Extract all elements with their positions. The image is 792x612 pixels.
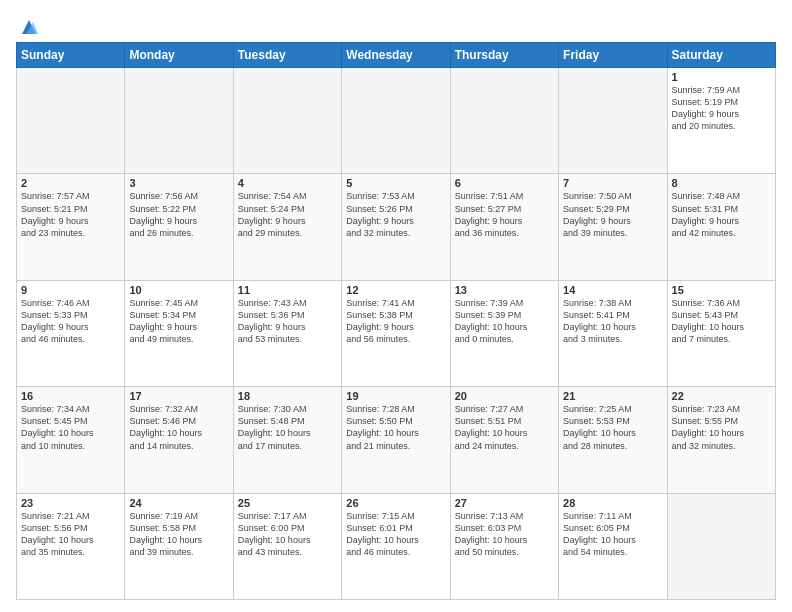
day-cell: 9Sunrise: 7:46 AM Sunset: 5:33 PM Daylig… — [17, 280, 125, 386]
day-cell — [342, 68, 450, 174]
day-cell: 14Sunrise: 7:38 AM Sunset: 5:41 PM Dayli… — [559, 280, 667, 386]
day-info: Sunrise: 7:27 AM Sunset: 5:51 PM Dayligh… — [455, 403, 554, 452]
day-cell: 10Sunrise: 7:45 AM Sunset: 5:34 PM Dayli… — [125, 280, 233, 386]
day-number: 23 — [21, 497, 120, 509]
day-cell: 21Sunrise: 7:25 AM Sunset: 5:53 PM Dayli… — [559, 387, 667, 493]
day-cell: 11Sunrise: 7:43 AM Sunset: 5:36 PM Dayli… — [233, 280, 341, 386]
day-info: Sunrise: 7:32 AM Sunset: 5:46 PM Dayligh… — [129, 403, 228, 452]
day-info: Sunrise: 7:19 AM Sunset: 5:58 PM Dayligh… — [129, 510, 228, 559]
day-number: 8 — [672, 177, 771, 189]
day-info: Sunrise: 7:25 AM Sunset: 5:53 PM Dayligh… — [563, 403, 662, 452]
page: SundayMondayTuesdayWednesdayThursdayFrid… — [0, 0, 792, 612]
day-cell: 20Sunrise: 7:27 AM Sunset: 5:51 PM Dayli… — [450, 387, 558, 493]
day-number: 22 — [672, 390, 771, 402]
day-number: 5 — [346, 177, 445, 189]
logo-icon — [18, 16, 40, 38]
weekday-saturday: Saturday — [667, 43, 775, 68]
day-cell: 6Sunrise: 7:51 AM Sunset: 5:27 PM Daylig… — [450, 174, 558, 280]
day-number: 18 — [238, 390, 337, 402]
day-cell: 18Sunrise: 7:30 AM Sunset: 5:48 PM Dayli… — [233, 387, 341, 493]
week-row-4: 16Sunrise: 7:34 AM Sunset: 5:45 PM Dayli… — [17, 387, 776, 493]
day-cell — [450, 68, 558, 174]
day-info: Sunrise: 7:45 AM Sunset: 5:34 PM Dayligh… — [129, 297, 228, 346]
day-number: 6 — [455, 177, 554, 189]
day-info: Sunrise: 7:57 AM Sunset: 5:21 PM Dayligh… — [21, 190, 120, 239]
logo-text — [16, 16, 42, 34]
day-cell: 3Sunrise: 7:56 AM Sunset: 5:22 PM Daylig… — [125, 174, 233, 280]
day-info: Sunrise: 7:36 AM Sunset: 5:43 PM Dayligh… — [672, 297, 771, 346]
day-info: Sunrise: 7:34 AM Sunset: 5:45 PM Dayligh… — [21, 403, 120, 452]
day-cell — [17, 68, 125, 174]
day-number: 4 — [238, 177, 337, 189]
day-info: Sunrise: 7:23 AM Sunset: 5:55 PM Dayligh… — [672, 403, 771, 452]
day-number: 25 — [238, 497, 337, 509]
day-number: 11 — [238, 284, 337, 296]
day-cell: 12Sunrise: 7:41 AM Sunset: 5:38 PM Dayli… — [342, 280, 450, 386]
weekday-sunday: Sunday — [17, 43, 125, 68]
day-number: 27 — [455, 497, 554, 509]
day-number: 1 — [672, 71, 771, 83]
day-cell: 28Sunrise: 7:11 AM Sunset: 6:05 PM Dayli… — [559, 493, 667, 599]
day-info: Sunrise: 7:13 AM Sunset: 6:03 PM Dayligh… — [455, 510, 554, 559]
day-info: Sunrise: 7:17 AM Sunset: 6:00 PM Dayligh… — [238, 510, 337, 559]
day-info: Sunrise: 7:41 AM Sunset: 5:38 PM Dayligh… — [346, 297, 445, 346]
day-number: 20 — [455, 390, 554, 402]
day-number: 14 — [563, 284, 662, 296]
day-cell: 22Sunrise: 7:23 AM Sunset: 5:55 PM Dayli… — [667, 387, 775, 493]
day-info: Sunrise: 7:38 AM Sunset: 5:41 PM Dayligh… — [563, 297, 662, 346]
day-cell: 8Sunrise: 7:48 AM Sunset: 5:31 PM Daylig… — [667, 174, 775, 280]
day-info: Sunrise: 7:50 AM Sunset: 5:29 PM Dayligh… — [563, 190, 662, 239]
logo — [16, 16, 42, 34]
day-info: Sunrise: 7:30 AM Sunset: 5:48 PM Dayligh… — [238, 403, 337, 452]
day-info: Sunrise: 7:51 AM Sunset: 5:27 PM Dayligh… — [455, 190, 554, 239]
day-number: 28 — [563, 497, 662, 509]
weekday-tuesday: Tuesday — [233, 43, 341, 68]
day-number: 15 — [672, 284, 771, 296]
day-cell: 25Sunrise: 7:17 AM Sunset: 6:00 PM Dayli… — [233, 493, 341, 599]
day-cell: 24Sunrise: 7:19 AM Sunset: 5:58 PM Dayli… — [125, 493, 233, 599]
day-cell: 13Sunrise: 7:39 AM Sunset: 5:39 PM Dayli… — [450, 280, 558, 386]
day-cell: 1Sunrise: 7:59 AM Sunset: 5:19 PM Daylig… — [667, 68, 775, 174]
day-number: 2 — [21, 177, 120, 189]
day-cell: 16Sunrise: 7:34 AM Sunset: 5:45 PM Dayli… — [17, 387, 125, 493]
day-cell — [233, 68, 341, 174]
day-cell: 19Sunrise: 7:28 AM Sunset: 5:50 PM Dayli… — [342, 387, 450, 493]
day-info: Sunrise: 7:46 AM Sunset: 5:33 PM Dayligh… — [21, 297, 120, 346]
calendar-table: SundayMondayTuesdayWednesdayThursdayFrid… — [16, 42, 776, 600]
day-info: Sunrise: 7:53 AM Sunset: 5:26 PM Dayligh… — [346, 190, 445, 239]
week-row-1: 1Sunrise: 7:59 AM Sunset: 5:19 PM Daylig… — [17, 68, 776, 174]
day-cell: 26Sunrise: 7:15 AM Sunset: 6:01 PM Dayli… — [342, 493, 450, 599]
day-number: 3 — [129, 177, 228, 189]
day-cell — [559, 68, 667, 174]
day-info: Sunrise: 7:48 AM Sunset: 5:31 PM Dayligh… — [672, 190, 771, 239]
day-number: 9 — [21, 284, 120, 296]
header — [16, 12, 776, 34]
day-info: Sunrise: 7:39 AM Sunset: 5:39 PM Dayligh… — [455, 297, 554, 346]
day-number: 13 — [455, 284, 554, 296]
week-row-5: 23Sunrise: 7:21 AM Sunset: 5:56 PM Dayli… — [17, 493, 776, 599]
day-number: 21 — [563, 390, 662, 402]
weekday-thursday: Thursday — [450, 43, 558, 68]
day-number: 26 — [346, 497, 445, 509]
day-cell: 17Sunrise: 7:32 AM Sunset: 5:46 PM Dayli… — [125, 387, 233, 493]
day-info: Sunrise: 7:56 AM Sunset: 5:22 PM Dayligh… — [129, 190, 228, 239]
day-number: 19 — [346, 390, 445, 402]
day-info: Sunrise: 7:43 AM Sunset: 5:36 PM Dayligh… — [238, 297, 337, 346]
week-row-2: 2Sunrise: 7:57 AM Sunset: 5:21 PM Daylig… — [17, 174, 776, 280]
day-info: Sunrise: 7:28 AM Sunset: 5:50 PM Dayligh… — [346, 403, 445, 452]
day-number: 10 — [129, 284, 228, 296]
weekday-monday: Monday — [125, 43, 233, 68]
day-cell: 23Sunrise: 7:21 AM Sunset: 5:56 PM Dayli… — [17, 493, 125, 599]
day-info: Sunrise: 7:54 AM Sunset: 5:24 PM Dayligh… — [238, 190, 337, 239]
week-row-3: 9Sunrise: 7:46 AM Sunset: 5:33 PM Daylig… — [17, 280, 776, 386]
day-number: 16 — [21, 390, 120, 402]
day-cell: 2Sunrise: 7:57 AM Sunset: 5:21 PM Daylig… — [17, 174, 125, 280]
day-info: Sunrise: 7:15 AM Sunset: 6:01 PM Dayligh… — [346, 510, 445, 559]
day-number: 7 — [563, 177, 662, 189]
day-number: 17 — [129, 390, 228, 402]
day-cell: 4Sunrise: 7:54 AM Sunset: 5:24 PM Daylig… — [233, 174, 341, 280]
day-cell: 7Sunrise: 7:50 AM Sunset: 5:29 PM Daylig… — [559, 174, 667, 280]
weekday-wednesday: Wednesday — [342, 43, 450, 68]
day-cell — [667, 493, 775, 599]
day-cell: 27Sunrise: 7:13 AM Sunset: 6:03 PM Dayli… — [450, 493, 558, 599]
